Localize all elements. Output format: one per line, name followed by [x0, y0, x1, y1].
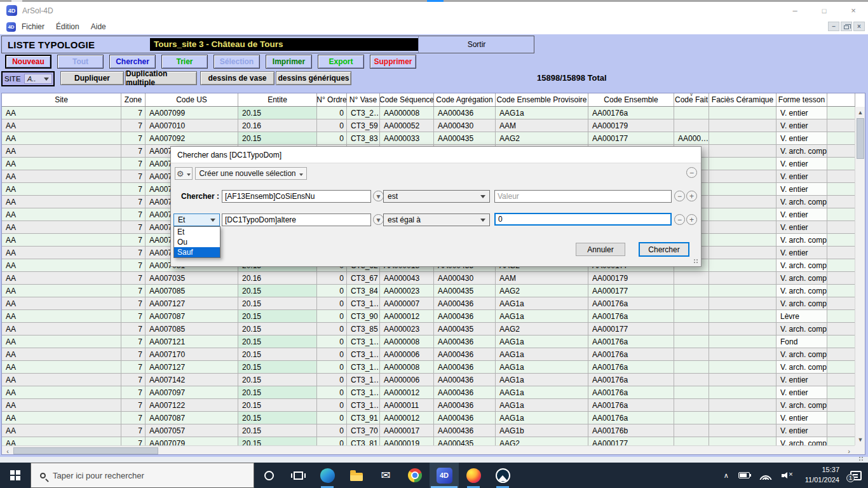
search-button[interactable]: Chercher: [639, 242, 689, 257]
value-input-2[interactable]: [494, 213, 672, 226]
table-row[interactable]: AA7AA00707920.150CT3_81AA000019AA000435A…: [2, 437, 855, 445]
table-row[interactable]: AA7AA00714220.150CT3_1…AA000006AA000436A…: [2, 374, 855, 386]
column-header-1[interactable]: Site: [2, 93, 121, 106]
scroll-down-icon[interactable]: ▼: [855, 435, 865, 445]
photos-button[interactable]: [488, 463, 517, 488]
table-row[interactable]: AA7AA00712120.150CT3_1…AA000008AA000436A…: [2, 336, 855, 348]
taskbar-clock[interactable]: 15:37 11/01/2024: [805, 465, 839, 485]
close-button[interactable]: ×: [839, 2, 868, 19]
remove-row-button[interactable]: −: [686, 167, 697, 178]
column-header-4[interactable]: Entite: [238, 93, 317, 106]
mdi-minimize-button[interactable]: –: [828, 22, 839, 31]
column-header-2[interactable]: Zone: [121, 93, 146, 106]
column-header-9[interactable]: Code Ensemble Provisoire: [496, 93, 588, 106]
column-header-8[interactable]: Code Agrégation: [434, 93, 496, 106]
table-row[interactable]: AA7AA00708520.150CT3_84AA000023AA000435A…: [2, 285, 855, 297]
table-row[interactable]: AA7AA00705720.150CT3_70AA000017AA000436A…: [2, 424, 855, 437]
column-header-6[interactable]: N° Vase: [347, 93, 380, 106]
toolbar-button-supprimer[interactable]: Supprimer: [370, 55, 416, 69]
toolbar-button-export[interactable]: Export: [318, 55, 364, 69]
remove-criteria-button-2[interactable]: −: [674, 214, 685, 225]
create-selection-button[interactable]: Créer une nouvelle sélection: [195, 167, 307, 180]
task-view-button[interactable]: [283, 463, 313, 488]
field-picker-button-1[interactable]: ▾: [373, 191, 384, 201]
dropdown-option-sauf[interactable]: Sauf: [174, 247, 220, 257]
maximize-button[interactable]: □: [810, 2, 839, 19]
table-row[interactable]: AA7AA00708520.150CT3_85AA000023AA000435A…: [2, 323, 855, 336]
file-explorer-button[interactable]: [342, 463, 371, 488]
volume-muted-icon[interactable]: ×: [782, 471, 796, 480]
table-row[interactable]: AA7AA00708720.150CT3_91AA000012AA000436A…: [2, 412, 855, 424]
field-input-2[interactable]: [222, 214, 371, 226]
add-criteria-button-1[interactable]: +: [686, 191, 697, 201]
toolbar-button-trier[interactable]: Trier: [161, 55, 208, 69]
value-input-1[interactable]: [494, 190, 672, 203]
operator-select-1[interactable]: est: [383, 190, 490, 203]
taskbar-search[interactable]: Taper ici pour rechercher: [31, 463, 254, 488]
start-button[interactable]: [0, 463, 31, 488]
notification-badge: 1: [846, 474, 855, 482]
horizontal-scroll-thumb[interactable]: [13, 447, 158, 454]
toolbar-button-dessins-generiques[interactable]: dessins génériques: [276, 71, 351, 85]
resize-grip-icon[interactable]: [693, 259, 699, 264]
wifi-icon[interactable]: [759, 471, 772, 480]
menu-item-edition[interactable]: Édition: [50, 22, 85, 31]
column-header-5[interactable]: N° Ordre: [317, 93, 347, 106]
toolbar-button-dupliquer[interactable]: Dupliquer: [60, 71, 124, 85]
menu-item-aide[interactable]: Aide: [85, 22, 112, 31]
table-row[interactable]: AA7AA00712220.150CT3_1…AA000011AA000436A…: [2, 399, 855, 412]
table-row[interactable]: AA7AA00708720.150CT3_90AA000012AA000436A…: [2, 310, 855, 323]
mail-button[interactable]: ✉: [371, 463, 400, 488]
vertical-scroll-thumb[interactable]: [857, 118, 864, 159]
column-header-7[interactable]: Code Séquence: [380, 93, 434, 106]
tray-expand-icon[interactable]: ∧: [724, 471, 729, 480]
table-row[interactable]: AA7AA00709220.150CT3_83AA000033AA000435A…: [2, 132, 855, 145]
scroll-left-icon[interactable]: ‹: [3, 446, 13, 455]
horizontal-scrollbar[interactable]: ‹ ›: [2, 445, 855, 455]
options-gear-button[interactable]: ⚙: [175, 167, 193, 180]
dropdown-option-ou[interactable]: Ou: [174, 237, 220, 247]
toolbar-button-nouveau[interactable]: Nouveau: [5, 55, 51, 69]
toolbar-button-dessins-de-vase[interactable]: dessins de vase: [200, 71, 275, 85]
column-header-13[interactable]: Forme tesson: [776, 93, 827, 106]
battery-icon[interactable]: [738, 472, 750, 478]
table-row[interactable]: AA7AA00701020.160CT3_59AA000052AA000430A…: [2, 119, 855, 132]
dropdown-option-et[interactable]: Et: [174, 227, 220, 237]
field-input-1[interactable]: [222, 190, 371, 203]
table-row[interactable]: AA7AA00717020.150CT3_1…AA000006AA000436A…: [2, 348, 855, 361]
toolbar-button-chercher[interactable]: Chercher: [109, 55, 156, 69]
add-criteria-button-2[interactable]: +: [686, 214, 697, 225]
cancel-button[interactable]: Annuler: [576, 243, 625, 256]
vertical-scrollbar[interactable]: ▲ ▼: [855, 107, 865, 445]
scroll-up-icon[interactable]: ▲: [855, 107, 865, 118]
chrome-button[interactable]: [400, 463, 430, 488]
minimize-button[interactable]: –: [780, 2, 810, 19]
column-header-3[interactable]: Code US: [146, 93, 238, 106]
edge-button[interactable]: [313, 463, 342, 488]
menu-item-fichier[interactable]: Fichier: [16, 22, 50, 31]
arsol-4d-button[interactable]: 4D: [430, 463, 459, 488]
remove-criteria-button-1[interactable]: −: [674, 191, 685, 201]
sortir-button[interactable]: Sortir: [418, 36, 534, 53]
column-header-10[interactable]: Code Ensemble: [588, 93, 674, 106]
column-header-11[interactable]: Code Fait∨: [674, 93, 709, 106]
field-picker-button-2[interactable]: ▾: [373, 214, 384, 225]
window-resize-grip-icon[interactable]: [858, 456, 864, 462]
operator-select-2[interactable]: est égal à: [383, 214, 490, 226]
site-filter-dropdown[interactable]: A..: [24, 74, 52, 84]
scroll-right-icon[interactable]: ›: [844, 446, 854, 455]
cortana-button[interactable]: [254, 463, 283, 488]
firefox-button[interactable]: [459, 463, 488, 488]
column-header-12[interactable]: Faciès Céramique: [709, 93, 776, 106]
toolbar-button-duplication-multiple[interactable]: Duplication multiple: [125, 71, 197, 85]
mdi-close-button[interactable]: ×: [853, 22, 865, 31]
notification-center-icon[interactable]: 1: [850, 471, 862, 480]
table-row[interactable]: AA7AA00703520.160CT3_67AA000043AA000430A…: [2, 272, 855, 285]
table-row[interactable]: AA7AA00709720.150CT3_1…AA000012AA000436A…: [2, 386, 855, 399]
toolbar-button-imprimer[interactable]: Imprimer: [266, 55, 312, 69]
table-row[interactable]: AA7AA00709920.150CT3_2…AA000008AA000436A…: [2, 107, 855, 119]
table-row[interactable]: AA7AA00712720.150CT3_1…AA000008AA000436A…: [2, 361, 855, 374]
mdi-restore-button[interactable]: [841, 22, 852, 31]
conjunction-select[interactable]: Et: [173, 214, 220, 226]
table-row[interactable]: AA7AA00712720.150CT3_1…AA000007AA000436A…: [2, 297, 855, 310]
